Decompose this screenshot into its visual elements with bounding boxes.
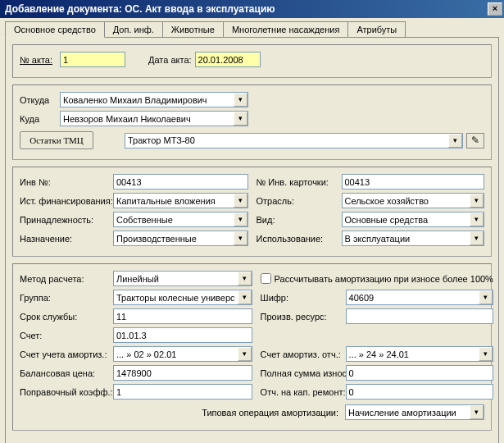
- fin-src-select[interactable]: Капитальные вложения ▾: [113, 193, 248, 208]
- chevron-down-icon[interactable]: ▾: [234, 194, 247, 208]
- life-input[interactable]: [113, 308, 252, 324]
- label-fin-src: Ист. финансирования:: [20, 196, 110, 206]
- label-usage: Использование:: [257, 234, 338, 244]
- chevron-down-icon[interactable]: ▾: [238, 290, 252, 304]
- balance-input[interactable]: [113, 365, 252, 381]
- label-from: Откуда: [20, 95, 57, 105]
- label-method: Метод расчета:: [20, 274, 110, 284]
- label-coeff: Поправочный коэфф.:: [20, 387, 110, 397]
- to-select[interactable]: Невзоров Михаил Николаевич ▾: [60, 111, 248, 126]
- wear-sum-input[interactable]: [346, 365, 493, 381]
- label-purpose: Назначение:: [20, 234, 110, 244]
- chevron-down-icon[interactable]: ▾: [234, 212, 247, 226]
- group-calc: Метод расчета: Линейный ▾ Группа: Тракто…: [12, 263, 492, 431]
- close-icon[interactable]: ×: [488, 2, 502, 16]
- chevron-down-icon[interactable]: ▾: [238, 347, 252, 361]
- chevron-down-icon[interactable]: ▾: [479, 347, 493, 361]
- group-inv: Инв №: Ист. финансирования: Капитальные …: [12, 167, 492, 257]
- kind-select[interactable]: Основные средства ▾: [342, 212, 485, 227]
- label-life: Срок службы:: [20, 312, 110, 322]
- cap-repair-input[interactable]: [346, 384, 493, 400]
- from-select[interactable]: Коваленко Михаил Владимирович ▾: [60, 92, 248, 107]
- belong-select[interactable]: Собственные ▾: [113, 212, 248, 227]
- label-belong: Принадлежность:: [20, 215, 110, 225]
- tab-bar: Основное средство Доп. инф. Животные Мно…: [5, 21, 499, 38]
- resource-input[interactable]: [346, 308, 493, 324]
- titlebar: Добавление документа: ОС. Акт ввода в эк…: [0, 0, 504, 18]
- label-resource: Произв. ресурс:: [261, 312, 343, 322]
- card-no-input[interactable]: [342, 174, 485, 190]
- tab-animals[interactable]: Животные: [162, 21, 224, 38]
- usage-select[interactable]: В эксплуатации ▾: [342, 231, 485, 246]
- label-code: Шифр:: [261, 293, 343, 303]
- inv-no-input[interactable]: [113, 174, 248, 190]
- branch-select[interactable]: Сельское хозяйство ▾: [342, 193, 485, 208]
- edit-pencil-icon[interactable]: ✎: [466, 133, 484, 148]
- amort-acc-select[interactable]: ... » 02 » 02.01 ▾: [113, 346, 252, 362]
- label-wear-sum: Полная сумма износа:: [261, 368, 343, 378]
- chevron-down-icon[interactable]: ▾: [238, 272, 252, 285]
- label-amort-acc2: Счет амортиз. отч.:: [261, 349, 343, 359]
- tab-extra[interactable]: Доп. инф.: [104, 21, 163, 38]
- chevron-down-icon[interactable]: ▾: [234, 112, 247, 126]
- coeff-input[interactable]: [113, 384, 252, 400]
- label-account: Счет:: [20, 331, 110, 340]
- tmc-select[interactable]: Трактор МТЗ-80 ▾: [125, 133, 463, 148]
- label-inv-no: Инв №:: [20, 177, 110, 187]
- tab-main[interactable]: Основное средство: [5, 21, 105, 38]
- tmc-button[interactable]: Остатки ТМЦ: [20, 131, 93, 149]
- account-input[interactable]: [113, 327, 252, 343]
- tmc-value: Трактор МТЗ-80: [125, 135, 448, 146]
- label-cap-repair: Отч. на кап. ремонт:: [261, 387, 343, 397]
- label-branch: Отрасль:: [257, 196, 338, 206]
- chevron-down-icon[interactable]: ▾: [234, 231, 247, 245]
- tab-plants[interactable]: Многолетние насаждения: [223, 21, 348, 38]
- label-amort-acc: Счет учета амортиз.:: [20, 349, 110, 359]
- label-balance: Балансовая цена:: [20, 368, 110, 378]
- label-group: Группа:: [20, 293, 110, 303]
- label-act-date: Дата акта:: [148, 55, 192, 65]
- tab-attrs[interactable]: Атрибуты: [347, 21, 406, 38]
- chevron-down-icon[interactable]: ▾: [448, 134, 462, 148]
- chevron-down-icon[interactable]: ▾: [470, 231, 484, 245]
- calc-over-100-checkbox[interactable]: [261, 273, 271, 284]
- amort-acc2-select[interactable]: ... » 24 » 24.01 ▾: [346, 346, 493, 362]
- label-calc-over-100: Рассчитывать амортизацию при износе боле…: [275, 274, 493, 284]
- method-select[interactable]: Линейный ▾: [113, 271, 252, 286]
- group-act: № акта: Дата акта:: [12, 44, 492, 78]
- label-to: Куда: [20, 114, 57, 124]
- group-from-to: Откуда Коваленко Михаил Владимирович ▾ К…: [12, 84, 492, 160]
- label-act-number: № акта:: [20, 55, 57, 65]
- chevron-down-icon[interactable]: ▾: [479, 290, 493, 304]
- chevron-down-icon[interactable]: ▾: [234, 93, 247, 107]
- chevron-down-icon[interactable]: ▾: [470, 194, 484, 208]
- group-select[interactable]: Тракторы колесные универс ▾: [113, 290, 252, 305]
- tab-panel: № акта: Дата акта: Откуда Коваленко Миха…: [5, 37, 499, 443]
- chevron-down-icon[interactable]: ▾: [470, 212, 484, 226]
- code-select[interactable]: 40609 ▾: [346, 290, 493, 305]
- window-title: Добавление документа: ОС. Акт ввода в эк…: [5, 3, 488, 15]
- from-value: Коваленко Михаил Владимирович: [61, 94, 234, 106]
- label-kind: Вид:: [257, 215, 338, 225]
- to-value: Невзоров Михаил Николаевич: [61, 113, 234, 125]
- label-card-no: № Инв. карточки:: [257, 177, 338, 187]
- typ-op-select[interactable]: Начисление амортизации ▾: [345, 404, 484, 420]
- purpose-select[interactable]: Производственные ▾: [113, 231, 248, 246]
- chevron-down-icon[interactable]: ▾: [470, 405, 484, 419]
- label-typ-op: Типовая операция амортизации:: [202, 408, 338, 418]
- act-number-input[interactable]: [60, 52, 125, 67]
- act-date-input[interactable]: [195, 52, 261, 67]
